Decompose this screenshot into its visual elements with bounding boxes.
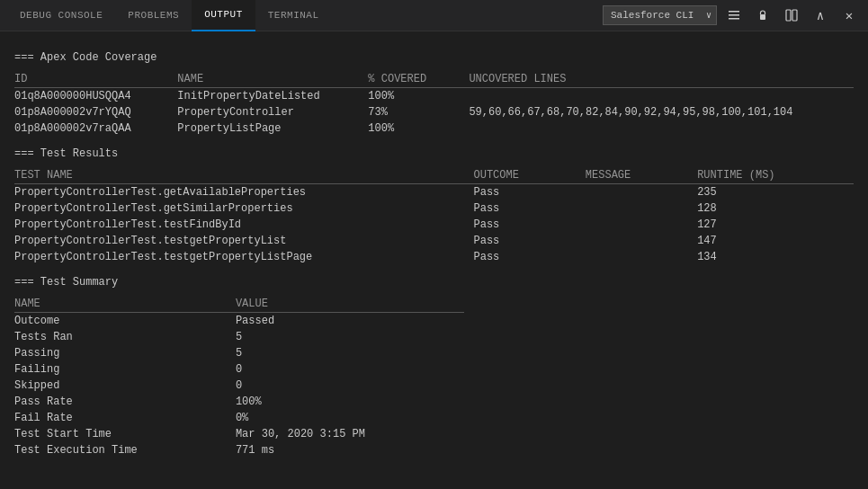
results-row: PropertyControllerTest.getSimilarPropert… (14, 200, 854, 217)
summary-cell-value: 5 (236, 345, 464, 361)
results-table: TEST NAME OUTCOME MESSAGE RUNTIME (MS) P… (14, 167, 854, 265)
summary-cell-value: 771 ms (236, 442, 464, 458)
svg-rect-4 (786, 10, 791, 21)
results-cell-message (586, 233, 697, 249)
results-cell-outcome: Pass (474, 217, 586, 233)
tab-output[interactable]: OUTPUT (192, 0, 255, 31)
results-cell-name: PropertyControllerTest.testFindById (14, 217, 474, 233)
coverage-row: 01p8A000002v7rYQAQ PropertyController 73… (14, 104, 854, 120)
dropdown-wrapper: Salesforce CLI ∨ (603, 5, 717, 25)
summary-cell-value: 0 (236, 378, 464, 394)
test-results-section: === Test Results TEST NAME OUTCOME MESSA… (14, 147, 854, 265)
tab-debug-console[interactable]: DEBUG CONSOLE (7, 0, 115, 31)
test-summary-section: === Test Summary NAME VALUE Outcome Pass… (14, 276, 854, 458)
summary-row: Test Start Time Mar 30, 2020 3:15 PM (14, 426, 464, 442)
summary-row: Failing 0 (14, 361, 464, 378)
summary-cell-value: Mar 30, 2020 3:15 PM (236, 426, 464, 442)
summary-row: Fail Rate 0% (14, 410, 464, 426)
svg-rect-5 (792, 10, 797, 21)
coverage-section: === Apex Code Coverage ID NAME % COVERED… (14, 51, 854, 137)
svg-rect-0 (729, 11, 739, 13)
collapse-icon[interactable]: ∧ (809, 4, 832, 27)
summary-row: Test Execution Time 771 ms (14, 442, 464, 458)
coverage-cell-name: PropertyListPage (177, 120, 368, 137)
summary-row: Pass Rate 100% (14, 394, 464, 410)
summary-row: Outcome Passed (14, 313, 464, 330)
results-row: PropertyControllerTest.testgetPropertyLi… (14, 233, 854, 249)
output-source-dropdown[interactable]: Salesforce CLI (603, 5, 717, 25)
test-summary-header: === Test Summary (14, 276, 854, 289)
summary-cell-name: Failing (14, 361, 236, 378)
svg-rect-3 (760, 14, 765, 20)
coverage-cell-uncovered: 59,60,66,67,68,70,82,84,90,92,94,95,98,1… (469, 104, 854, 120)
coverage-row: 01q8A000000HUSQQA4 InitPropertyDateListe… (14, 88, 854, 105)
results-col-outcome: OUTCOME (474, 167, 586, 184)
test-results-header: === Test Results (14, 147, 854, 160)
svg-rect-2 (729, 18, 739, 20)
summary-cell-name: Passing (14, 345, 236, 361)
split-editor-icon[interactable] (780, 4, 803, 27)
summary-table: NAME VALUE Outcome Passed Tests Ran 5 Pa… (14, 296, 464, 458)
coverage-cell-name: InitPropertyDateListed (177, 88, 368, 105)
tab-bar-actions: Salesforce CLI ∨ ∧ ✕ (603, 4, 861, 27)
coverage-row: 01p8A000002v7raQAA PropertyListPage 100% (14, 120, 854, 137)
results-cell-outcome: Pass (474, 200, 586, 217)
results-cell-message (586, 184, 697, 201)
coverage-table: ID NAME % COVERED UNCOVERED LINES 01q8A0… (14, 71, 854, 137)
coverage-cell-uncovered (469, 120, 854, 137)
output-area[interactable]: === Apex Code Coverage ID NAME % COVERED… (0, 31, 868, 489)
coverage-cell-pct: 73% (368, 104, 469, 120)
tab-bar: DEBUG CONSOLE PROBLEMS OUTPUT TERMINAL S… (0, 0, 868, 31)
results-cell-outcome: Pass (474, 233, 586, 249)
summary-cell-value: 5 (236, 329, 464, 345)
coverage-cell-pct: 100% (368, 120, 469, 137)
results-col-name: TEST NAME (14, 167, 474, 184)
summary-cell-name: Fail Rate (14, 410, 236, 426)
coverage-col-uncovered: UNCOVERED LINES (469, 71, 854, 88)
summary-cell-name: Pass Rate (14, 394, 236, 410)
results-cell-message (586, 249, 697, 265)
summary-cell-value: 0% (236, 410, 464, 426)
results-cell-runtime: 128 (697, 200, 854, 217)
summary-col-value: VALUE (236, 296, 464, 313)
coverage-cell-pct: 100% (368, 88, 469, 105)
results-col-runtime: RUNTIME (MS) (697, 167, 854, 184)
toggle-lines-icon[interactable] (722, 4, 746, 27)
results-col-message: MESSAGE (586, 167, 697, 184)
results-row: PropertyControllerTest.getAvailablePrope… (14, 184, 854, 201)
coverage-col-name: NAME (177, 71, 368, 88)
summary-cell-value: 100% (236, 394, 464, 410)
results-cell-runtime: 147 (697, 233, 854, 249)
results-cell-runtime: 134 (697, 249, 854, 265)
summary-cell-name: Test Execution Time (14, 442, 236, 458)
results-cell-outcome: Pass (474, 184, 586, 201)
results-cell-runtime: 235 (697, 184, 854, 201)
summary-cell-name: Outcome (14, 313, 236, 330)
results-row: PropertyControllerTest.testgetPropertyLi… (14, 249, 854, 265)
coverage-col-pct: % COVERED (368, 71, 469, 88)
results-cell-message (586, 217, 697, 233)
results-row: PropertyControllerTest.testFindById Pass… (14, 217, 854, 233)
summary-row: Passing 5 (14, 345, 464, 361)
coverage-header: === Apex Code Coverage (14, 51, 854, 64)
summary-row: Skipped 0 (14, 378, 464, 394)
svg-rect-1 (729, 14, 739, 16)
results-cell-message (586, 200, 697, 217)
summary-cell-value: 0 (236, 361, 464, 378)
summary-cell-value: Passed (236, 313, 464, 330)
results-cell-runtime: 127 (697, 217, 854, 233)
coverage-cell-id: 01p8A000002v7raQAA (14, 120, 177, 137)
summary-row: Tests Ran 5 (14, 329, 464, 345)
results-cell-name: PropertyControllerTest.getAvailablePrope… (14, 184, 474, 201)
tab-problems[interactable]: PROBLEMS (115, 0, 192, 31)
lock-icon[interactable] (751, 4, 774, 27)
close-icon[interactable]: ✕ (837, 4, 861, 27)
summary-cell-name: Tests Ran (14, 329, 236, 345)
coverage-cell-id: 01q8A000000HUSQQA4 (14, 88, 177, 105)
results-cell-name: PropertyControllerTest.testgetPropertyLi… (14, 233, 474, 249)
results-cell-name: PropertyControllerTest.testgetPropertyLi… (14, 249, 474, 265)
summary-col-name: NAME (14, 296, 236, 313)
results-cell-outcome: Pass (474, 249, 586, 265)
tab-terminal[interactable]: TERMINAL (255, 0, 332, 31)
coverage-cell-id: 01p8A000002v7rYQAQ (14, 104, 177, 120)
